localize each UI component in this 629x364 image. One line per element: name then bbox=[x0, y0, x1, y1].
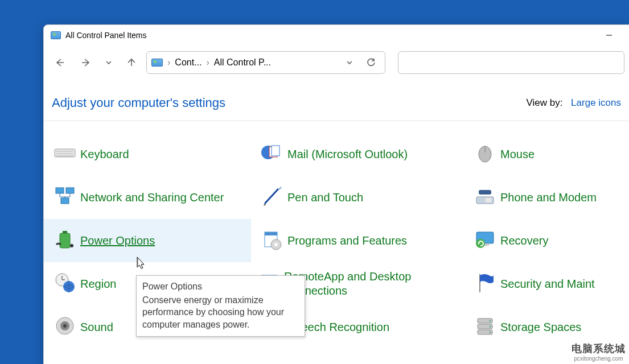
chevron-right-icon: › bbox=[205, 57, 210, 68]
drives-icon bbox=[473, 314, 497, 340]
breadcrumb-item[interactable]: All Control P... bbox=[214, 57, 271, 68]
phone-icon bbox=[473, 184, 497, 210]
tooltip-title: Power Options bbox=[142, 280, 299, 293]
search-input[interactable] bbox=[398, 51, 624, 74]
item-keyboard[interactable]: Keyboard bbox=[44, 133, 251, 176]
item-label: Security and Maint bbox=[500, 277, 597, 291]
svg-rect-7 bbox=[272, 146, 279, 156]
refresh-button[interactable] bbox=[362, 53, 380, 72]
watermark: 电脑系统城 pcxitongcheng.com bbox=[572, 342, 626, 362]
page-heading: Adjust your computer's settings bbox=[52, 96, 225, 110]
item-label: Storage Spaces bbox=[500, 320, 583, 334]
forward-button[interactable] bbox=[75, 51, 97, 74]
svg-rect-10 bbox=[56, 188, 64, 193]
item-network-sharing[interactable]: Network and Sharing Center bbox=[44, 176, 251, 219]
items-grid: Keyboard Mail (Microsoft Outlook) Mouse … bbox=[44, 121, 629, 349]
svg-rect-18 bbox=[486, 198, 491, 202]
minimize-button[interactable] bbox=[596, 27, 622, 44]
svg-rect-23 bbox=[265, 232, 277, 235]
svg-point-25 bbox=[274, 243, 278, 246]
tooltip-body: Conserve energy or maximize performance … bbox=[142, 294, 299, 331]
item-programs-features[interactable]: Programs and Features bbox=[251, 219, 464, 262]
control-panel-icon bbox=[151, 59, 163, 67]
history-dropdown-button[interactable] bbox=[340, 53, 359, 72]
item-label: Programs and Features bbox=[287, 234, 409, 248]
up-button[interactable] bbox=[120, 51, 143, 74]
tooltip: Power Options Conserve energy or maximiz… bbox=[136, 275, 305, 337]
svg-line-13 bbox=[265, 189, 278, 204]
svg-point-49 bbox=[490, 332, 491, 333]
recovery-icon bbox=[473, 228, 497, 254]
keyboard-icon bbox=[53, 141, 77, 167]
battery-icon bbox=[53, 228, 77, 254]
svg-point-21 bbox=[70, 244, 73, 247]
item-security-maintenance[interactable]: Security and Maint bbox=[464, 262, 629, 305]
control-panel-window: All Control Panel Items › Cont... › All … bbox=[43, 24, 629, 364]
view-by-dropdown[interactable]: Large icons bbox=[571, 97, 621, 108]
item-power-options[interactable]: Power Options bbox=[44, 219, 251, 262]
item-label: Pen and Touch bbox=[287, 191, 365, 205]
item-label: Mouse bbox=[500, 147, 537, 162]
view-by-label: View by: bbox=[526, 97, 562, 108]
svg-rect-20 bbox=[63, 231, 67, 233]
flag-icon bbox=[473, 271, 497, 297]
svg-rect-19 bbox=[60, 233, 70, 248]
item-label: Phone and Modem bbox=[500, 191, 599, 205]
svg-rect-17 bbox=[479, 190, 491, 195]
item-recovery[interactable]: Recovery bbox=[464, 219, 629, 262]
watermark-sub: pcxitongcheng.com bbox=[572, 355, 626, 362]
svg-point-48 bbox=[490, 326, 491, 328]
speaker-icon bbox=[53, 314, 77, 340]
mouse-icon bbox=[473, 141, 497, 167]
titlebar: All Control Panel Items bbox=[44, 25, 629, 46]
svg-rect-12 bbox=[61, 198, 69, 204]
watermark-text: 电脑系统城 bbox=[572, 343, 626, 354]
item-pen-touch[interactable]: Pen and Touch bbox=[251, 176, 464, 219]
window-title: All Control Panel Items bbox=[65, 31, 146, 40]
mail-icon bbox=[260, 141, 284, 167]
svg-point-47 bbox=[490, 320, 491, 322]
item-label: Region bbox=[80, 277, 118, 291]
breadcrumb-item[interactable]: Cont... bbox=[175, 57, 202, 68]
address-bar[interactable]: › Cont... › All Control P... bbox=[146, 51, 385, 74]
item-label: Power Options bbox=[80, 234, 157, 248]
clock-globe-icon bbox=[53, 271, 77, 297]
svg-point-40 bbox=[63, 324, 67, 328]
item-mouse[interactable]: Mouse bbox=[464, 133, 629, 176]
item-label: Sound bbox=[80, 320, 116, 334]
svg-rect-11 bbox=[66, 188, 74, 193]
item-label: Recovery bbox=[500, 234, 550, 248]
item-mail[interactable]: Mail (Microsoft Outlook) bbox=[251, 133, 464, 176]
item-label: RemoteApp and Desktop Connections bbox=[284, 270, 458, 298]
item-label: Keyboard bbox=[80, 147, 131, 162]
view-by-control: View by: Large icons bbox=[526, 97, 621, 109]
item-phone-modem[interactable]: Phone and Modem bbox=[464, 176, 629, 219]
nav-toolbar: › Cont... › All Control P... bbox=[44, 46, 629, 80]
item-label: Mail (Microsoft Outlook) bbox=[287, 147, 410, 162]
control-panel-icon bbox=[51, 31, 61, 39]
recent-locations-button[interactable] bbox=[101, 51, 117, 74]
back-button[interactable] bbox=[48, 51, 71, 74]
programs-icon bbox=[260, 228, 284, 254]
pen-icon bbox=[260, 184, 284, 210]
chevron-right-icon: › bbox=[166, 57, 171, 68]
content-header: Adjust your computer's settings View by:… bbox=[44, 80, 629, 121]
network-icon bbox=[53, 184, 77, 210]
item-label: Network and Sharing Center bbox=[80, 191, 226, 205]
